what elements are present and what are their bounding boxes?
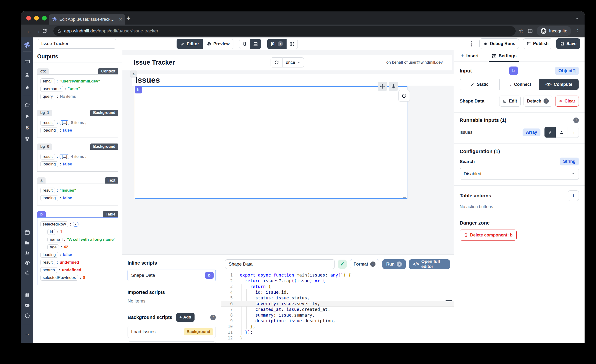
output-key-chip[interactable]: result (40, 260, 55, 265)
connect-arrow-button[interactable]: → (567, 127, 579, 138)
resize-handle[interactable] (403, 195, 406, 198)
output-section-tab[interactable]: a (37, 177, 45, 184)
output-key-chip[interactable]: search (40, 267, 57, 273)
output-section-tab[interactable]: bg_0 (37, 143, 52, 150)
output-key-chip[interactable]: age (47, 244, 59, 250)
run-button[interactable]: Run i (382, 259, 406, 269)
output-key-chip[interactable]: loading (40, 161, 58, 167)
output-key-chip[interactable]: name (47, 237, 62, 242)
anchor-icon[interactable] (389, 82, 398, 91)
runs-icon[interactable] (21, 114, 33, 119)
edit-script-button[interactable]: Edit (499, 96, 521, 107)
back-icon[interactable]: ← (25, 28, 33, 34)
output-section-tab[interactable]: bg_1 (37, 110, 52, 116)
output-key-chip[interactable]: selectedRow (40, 222, 68, 227)
output-key-chip[interactable]: id (47, 229, 55, 235)
browser-menu-icon[interactable]: ⋮ (575, 28, 581, 34)
expand-chip[interactable]: [...] (60, 120, 69, 125)
static-edit-button[interactable] (544, 127, 556, 138)
compute-mode-button[interactable]: </> Compute (539, 79, 579, 90)
component-b-tag[interactable]: b (135, 86, 142, 93)
github-icon[interactable] (21, 313, 33, 319)
publish-button[interactable]: Publish (523, 38, 552, 49)
bookmark-star-icon[interactable]: ☆ (519, 28, 524, 34)
output-key-chip[interactable]: result (40, 154, 55, 159)
output-key-chip[interactable]: selectedRowIndex (40, 275, 78, 281)
info-icon[interactable]: i (210, 315, 216, 320)
browser-tab[interactable]: Edit App u/user/issue-tracker | ✕ (49, 14, 125, 25)
add-background-script-button[interactable]: +Add (176, 313, 194, 322)
audit-eye-icon[interactable] (21, 260, 33, 266)
discord-icon[interactable] (21, 303, 33, 308)
desktop-view-button[interactable] (250, 39, 261, 49)
app-canvas[interactable]: Issue Tracker once on behalf of (122, 50, 454, 254)
info-icon[interactable]: i (573, 118, 579, 123)
close-window-button[interactable] (26, 16, 31, 21)
minimize-window-button[interactable] (34, 16, 39, 21)
add-action-button[interactable]: + (568, 190, 579, 201)
info-icon[interactable]: i (278, 41, 283, 46)
apps-icon[interactable] (21, 59, 33, 64)
text-component-a[interactable]: a Issues (132, 74, 454, 86)
tab-insert[interactable]: + Insert (461, 50, 479, 61)
collapse-sidebar-arrow-icon[interactable]: → (21, 331, 33, 337)
connect-mode-button[interactable]: → Connect (499, 79, 539, 90)
output-key-chip[interactable]: username (40, 86, 63, 92)
user-icon[interactable] (21, 72, 33, 77)
side-panel-icon[interactable] (528, 28, 533, 34)
forward-icon[interactable]: → (33, 28, 42, 34)
detach-script-button[interactable]: Detach i (523, 96, 552, 107)
bounds-toggle-button[interactable]: |0| i (267, 39, 287, 49)
windmill-logo-icon[interactable] (21, 41, 33, 48)
code-editor[interactable]: 1export async function main(issues: any[… (221, 271, 454, 343)
resources-icon[interactable]: $ (21, 125, 33, 131)
app-name-input[interactable] (38, 39, 116, 49)
info-icon[interactable]: i (397, 261, 402, 267)
reload-icon[interactable] (42, 28, 51, 34)
refresh-button[interactable] (271, 58, 283, 67)
workers-robot-icon[interactable] (21, 270, 33, 275)
component-refresh-button[interactable] (398, 90, 410, 102)
tab-search-chevron-icon[interactable] (575, 16, 579, 21)
home-icon[interactable] (21, 102, 33, 108)
expand-chip[interactable]: [...] (60, 154, 69, 159)
background-script-item-partial[interactable] (127, 341, 216, 343)
info-icon[interactable]: i (370, 261, 375, 267)
output-section-tab[interactable]: ctx (37, 68, 49, 74)
move-icon[interactable] (378, 82, 387, 91)
docs-book-icon[interactable] (21, 292, 33, 298)
address-bar[interactable]: app.windmill.dev/apps/edit/u/user/issue-… (53, 26, 516, 36)
variables-icon[interactable] (21, 136, 33, 141)
groups-icon[interactable] (21, 250, 33, 256)
output-key-chip[interactable]: loading (40, 127, 58, 133)
fullscreen-button[interactable] (287, 39, 298, 49)
user-input-button[interactable] (556, 127, 567, 138)
script-name-input[interactable] (225, 259, 335, 269)
open-full-editor-button[interactable]: </> Open full editor (409, 259, 450, 269)
info-icon[interactable]: i (544, 98, 549, 104)
schedules-icon[interactable] (21, 230, 33, 235)
output-key-chip[interactable]: result (40, 120, 55, 126)
preview-mode-button[interactable]: Preview (203, 39, 233, 49)
favorites-star-icon[interactable] (21, 85, 33, 90)
background-script-item[interactable]: Load Issues Background (127, 326, 216, 338)
more-menu-icon[interactable]: ⋮ (468, 40, 476, 47)
delete-component-button[interactable]: Delete component: b (460, 230, 517, 240)
clear-script-button[interactable]: ✕ Clear (555, 96, 579, 107)
component-a-tag[interactable]: a (130, 71, 137, 77)
output-key-chip[interactable]: email (40, 78, 55, 84)
expand-chip[interactable]: - (73, 222, 78, 227)
editor-mode-button[interactable]: Editor (177, 39, 203, 49)
output-key-chip[interactable]: result (40, 188, 55, 193)
tab-settings[interactable]: Settings (491, 50, 517, 61)
output-section-tab[interactable]: b (37, 211, 46, 217)
save-button[interactable]: Save (556, 38, 580, 49)
new-tab-button[interactable]: + (126, 14, 131, 22)
tab-close-icon[interactable]: ✕ (119, 17, 122, 22)
folders-icon[interactable] (21, 240, 33, 245)
zoom-window-button[interactable] (42, 16, 47, 21)
static-mode-button[interactable]: Static (460, 79, 499, 90)
mobile-view-button[interactable] (239, 39, 250, 49)
output-key-chip[interactable]: loading (40, 252, 58, 258)
refresh-mode-dropdown[interactable]: once (283, 58, 304, 67)
